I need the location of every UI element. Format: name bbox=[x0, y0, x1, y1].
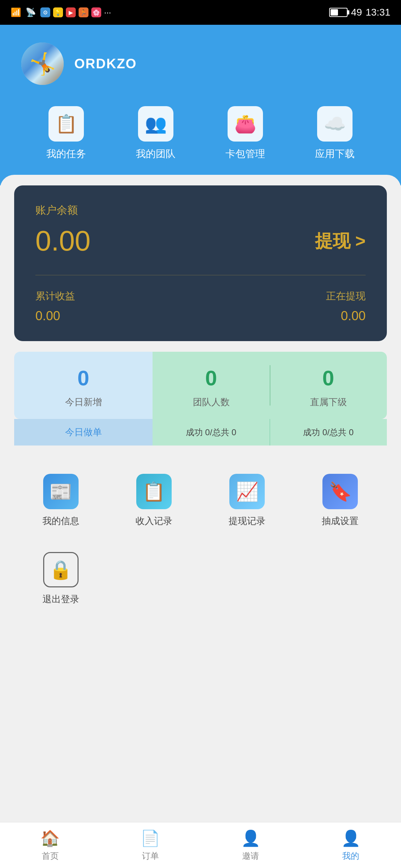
my-tasks-icon: 📋 bbox=[55, 114, 77, 134]
my-team-label: 我的团队 bbox=[136, 147, 176, 161]
team-count-label: 团队人数 bbox=[193, 396, 230, 408]
quick-item-wallet[interactable]: 👛 卡包管理 bbox=[225, 106, 265, 161]
withdrawing: 正在提现 0.00 bbox=[326, 289, 366, 323]
my-info-icon-box: 📰 bbox=[43, 474, 79, 509]
func-my-info[interactable]: 📰 我的信息 bbox=[14, 460, 107, 534]
signal-icon: 📶 bbox=[11, 7, 21, 17]
home-label: 首页 bbox=[42, 850, 59, 862]
quick-menu: 📋 我的任务 👥 我的团队 👛 卡包管理 ☁️ 应用下载 bbox=[21, 106, 380, 161]
main-content: 账户余额 0.00 提现 > 累计收益 0.00 正在提现 0.00 0 今日新… bbox=[0, 185, 401, 676]
app-icons: ⚙ 💡 ▶ 🏃 🌸 ··· bbox=[40, 7, 111, 17]
withdraw-record-icon-box: 📈 bbox=[229, 474, 265, 509]
cum-earnings-amount: 0.00 bbox=[35, 309, 75, 323]
logout-label: 退出登录 bbox=[42, 593, 79, 605]
func-income-record[interactable]: 📋 收入记录 bbox=[107, 460, 200, 534]
status-left: 📶 📡 ⚙ 💡 ▶ 🏃 🌸 ··· bbox=[11, 7, 111, 17]
quick-item-my-team[interactable]: 👥 我的团队 bbox=[136, 106, 176, 161]
cum-earnings: 累计收益 0.00 bbox=[35, 289, 75, 323]
my-team-icon: 👥 bbox=[145, 114, 167, 134]
stat-today-orders: 今日做单 bbox=[14, 419, 153, 446]
stat-team-count: 0 团队人数 bbox=[153, 352, 270, 419]
func-withdraw-record[interactable]: 📈 提现记录 bbox=[201, 460, 294, 534]
direct-success: 成功 0/总共 0 bbox=[270, 419, 387, 446]
balance-divider bbox=[35, 275, 366, 275]
app-download-icon-box: ☁️ bbox=[317, 106, 353, 142]
app-icon-1: ⚙ bbox=[40, 7, 50, 17]
my-tasks-label: 我的任务 bbox=[46, 147, 86, 161]
nav-mine[interactable]: 👤 我的 bbox=[301, 829, 401, 862]
balance-sub-row: 累计收益 0.00 正在提现 0.00 bbox=[35, 289, 366, 323]
orders-label: 订单 bbox=[142, 850, 159, 862]
bottom-nav: 🏠 首页 📄 订单 👤 邀请 👤 我的 bbox=[0, 822, 401, 868]
income-record-icon: 📋 bbox=[142, 481, 165, 502]
nav-orders[interactable]: 📄 订单 bbox=[100, 829, 200, 862]
today-new-label: 今日新增 bbox=[65, 396, 102, 408]
withdraw-record-label: 提现记录 bbox=[229, 515, 265, 527]
func-commission-setting[interactable]: 🔖 抽成设置 bbox=[294, 460, 387, 534]
app-download-icon: ☁️ bbox=[324, 114, 346, 134]
func-grid: 📰 我的信息 📋 收入记录 📈 提现记录 🔖 抽成设置 bbox=[14, 460, 387, 534]
stats-row: 0 今日新增 0 团队人数 0 直属下级 bbox=[14, 352, 387, 419]
logout-icon: 🔒 bbox=[49, 559, 72, 581]
status-bar: 📶 📡 ⚙ 💡 ▶ 🏃 🌸 ··· 49 13:31 bbox=[0, 0, 401, 25]
quick-item-my-tasks[interactable]: 📋 我的任务 bbox=[46, 106, 86, 161]
logout-icon-box: 🔒 bbox=[43, 552, 79, 587]
withdrawing-amount: 0.00 bbox=[326, 309, 366, 323]
balance-card: 账户余额 0.00 提现 > 累计收益 0.00 正在提现 0.00 bbox=[14, 185, 387, 341]
wallet-icon-box: 👛 bbox=[228, 106, 263, 142]
app-icon-4: 🏃 bbox=[79, 7, 88, 17]
quick-item-app-download[interactable]: ☁️ 应用下载 bbox=[315, 106, 355, 161]
invite-label: 邀请 bbox=[242, 850, 259, 862]
today-new-value: 0 bbox=[78, 366, 89, 390]
orders-icon: 📄 bbox=[141, 829, 160, 847]
battery-fill bbox=[331, 9, 338, 16]
withdraw-button[interactable]: 提现 > bbox=[315, 229, 366, 253]
nav-invite[interactable]: 👤 邀请 bbox=[201, 829, 301, 862]
username: ORDKZO bbox=[74, 56, 137, 71]
my-tasks-icon-box: 📋 bbox=[48, 106, 84, 142]
mine-icon: 👤 bbox=[341, 829, 361, 847]
stats-container: 0 今日新增 0 团队人数 0 直属下级 今日做单 成功 0/总共 0 成功 0 bbox=[14, 352, 387, 460]
app-icon-5: 🌸 bbox=[91, 7, 101, 17]
time-display: 13:31 bbox=[366, 7, 390, 18]
nav-home[interactable]: 🏠 首页 bbox=[0, 829, 100, 862]
stat-bottom-green: 成功 0/总共 0 成功 0/总共 0 bbox=[153, 419, 387, 446]
stat-box-green: 0 团队人数 0 直属下级 bbox=[153, 352, 387, 419]
balance-amount: 0.00 bbox=[35, 225, 91, 257]
my-info-label: 我的信息 bbox=[42, 515, 79, 527]
app-download-label: 应用下载 bbox=[315, 147, 355, 161]
balance-label: 账户余额 bbox=[35, 203, 366, 218]
user-row: ORDKZO bbox=[21, 42, 380, 85]
status-right: 49 13:31 bbox=[329, 7, 390, 18]
my-team-icon-box: 👥 bbox=[138, 106, 173, 142]
income-record-icon-box: 📋 bbox=[136, 474, 172, 509]
commission-setting-icon-box: 🔖 bbox=[322, 474, 358, 509]
home-icon: 🏠 bbox=[40, 829, 60, 847]
bottom-spacer bbox=[14, 613, 387, 662]
cum-earnings-label: 累计收益 bbox=[35, 289, 75, 303]
battery-indicator bbox=[329, 8, 348, 17]
withdrawing-label: 正在提现 bbox=[326, 289, 366, 303]
commission-setting-icon: 🔖 bbox=[329, 481, 352, 502]
logout-item[interactable]: 🔒 退出登录 bbox=[14, 538, 107, 613]
withdraw-record-icon: 📈 bbox=[236, 481, 259, 502]
wallet-icon: 👛 bbox=[234, 114, 256, 134]
stat-today-new: 0 今日新增 bbox=[14, 352, 153, 419]
team-success: 成功 0/总共 0 bbox=[153, 419, 270, 446]
avatar[interactable] bbox=[21, 42, 64, 85]
commission-setting-label: 抽成设置 bbox=[322, 515, 359, 527]
invite-icon: 👤 bbox=[241, 829, 260, 847]
app-icon-3: ▶ bbox=[66, 7, 76, 17]
my-info-icon: 📰 bbox=[49, 481, 72, 502]
direct-subord-label: 直属下级 bbox=[310, 396, 347, 408]
stats-bottom: 今日做单 成功 0/总共 0 成功 0/总共 0 bbox=[14, 419, 387, 446]
wifi-icon: 📡 bbox=[25, 7, 36, 17]
today-orders-label: 今日做单 bbox=[65, 426, 102, 438]
header-area: ORDKZO 📋 我的任务 👥 我的团队 👛 卡包管理 ☁️ 应用下载 bbox=[0, 25, 401, 189]
stat-direct-subord: 0 直属下级 bbox=[270, 352, 387, 419]
balance-main-row: 0.00 提现 > bbox=[35, 225, 366, 257]
direct-subord-value: 0 bbox=[322, 366, 334, 390]
more-dots: ··· bbox=[104, 7, 111, 17]
battery-percent: 49 bbox=[351, 7, 362, 18]
app-icon-2: 💡 bbox=[53, 7, 63, 17]
